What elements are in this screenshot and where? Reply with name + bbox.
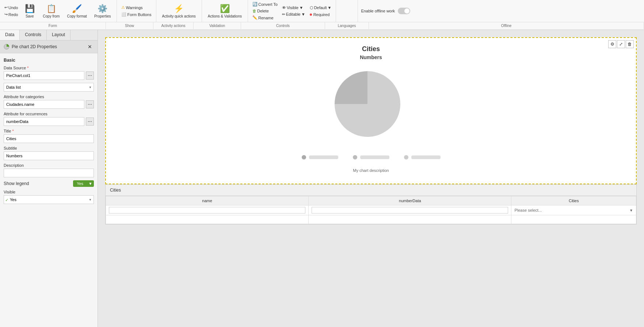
languages-group-label: Languages [325,22,369,29]
attr-occurrences-input[interactable] [4,117,84,126]
visible-dropdown-icon: ▼ [299,5,303,10]
description-row [4,169,94,177]
data-list-wrapper: Data list [4,83,94,92]
attr-categories-browse-button[interactable]: ⋯ [86,100,94,108]
chart-legend [302,155,441,159]
offline-label: Enable offline work [361,9,395,13]
form-buttons-button[interactable]: ⬜ Form Buttons [120,11,153,18]
legend-bar-2 [360,155,389,159]
name-input[interactable] [109,207,305,213]
chart-toolbar: ⚙ ⤢ 🗑 [608,40,634,48]
visible-button[interactable]: 👁 Visible ▼ [281,5,307,11]
cell-numberdata [309,205,511,215]
legend-dot-3 [404,155,408,159]
chart-inner: Cities Numbers [106,38,636,184]
table-section: Cities name numberData Cities [105,184,637,224]
activity-icon: ⚡ [174,4,184,14]
title-input[interactable] [4,134,94,143]
warnings-button[interactable]: ⚠ Warnings [120,4,153,11]
data-table: name numberData Cities [106,196,636,224]
attr-categories-label: Attribute for categories [4,95,94,99]
legend-dot-1 [302,155,306,159]
attr-occurrences-browse-button[interactable]: ⋯ [86,118,94,126]
form-group: ↩ Undo ↪ Redo 💾 Save 📋 Copy from 🖌️ Copy… [0,0,117,22]
legend-bar-1 [309,155,338,159]
editable-button[interactable]: ✏ Editable ▼ [281,11,307,18]
subtitle-label: Subtitle [4,146,94,150]
panel-close-button[interactable]: ✕ [86,43,94,51]
languages-group [336,0,358,22]
required-button[interactable]: Required [308,12,333,18]
properties-button[interactable]: ⚙️ Properties [91,3,114,20]
description-input[interactable] [4,169,94,177]
description-label: Description [4,163,94,168]
offline-toggle[interactable] [398,8,410,14]
tab-controls[interactable]: Controls [20,30,47,40]
data-list-select[interactable]: Data list [4,83,94,92]
convert-to-icon: 🔄 [252,2,258,7]
delete-icon: 🗑 [252,9,256,13]
copy-from-button[interactable]: 📋 Copy from [40,3,62,20]
chart-delete-button[interactable]: 🗑 [626,40,634,48]
controls-group: 🔄 Convert To 🗑 Delete ✏️ Rename 👁 Visibl… [248,0,336,22]
attr-categories-input[interactable] [4,100,84,109]
subtitle-input[interactable] [4,151,94,160]
toolbar: ↩ Undo ↪ Redo 💾 Save 📋 Copy from 🖌️ Copy… [0,0,644,30]
panel-title: Pie chart 2D Properties [4,44,57,50]
visible-select[interactable]: Yes [4,195,94,204]
data-source-input[interactable] [4,71,84,80]
toolbar-label-row: Form Show Activity actions Validation Co… [0,22,644,29]
show-legend-dropdown-button[interactable]: ▼ [87,180,94,187]
warnings-icon: ⚠ [121,5,125,10]
actions-validations-button[interactable]: ✅ Actions & Validations [205,3,245,20]
validation-group-label: Validation [194,22,241,29]
undo-button[interactable]: ↩ Undo [3,4,19,11]
col-numberdata-header: numberData [309,196,511,205]
chart-settings-button[interactable]: ⚙ [608,40,616,48]
visible-field-label: Visible [4,190,94,194]
data-source-label: Data Source * [4,66,94,70]
left-panel: Data Controls Layout Pie chart 2D Proper… [0,30,98,327]
convert-to-button[interactable]: 🔄 Convert To [251,1,279,7]
data-source-row: ⋯ [4,71,94,80]
empty-row [106,215,636,224]
numberdata-input[interactable] [312,207,508,213]
tab-layout[interactable]: Layout [47,30,71,40]
legend-bar-3 [411,155,441,159]
activity-quick-actions-button[interactable]: ⚡ Activity quick actions [159,3,199,20]
table-header: Cities [106,185,636,196]
validation-icon: ✅ [220,4,230,14]
chart-description: My chart description [353,168,389,173]
redo-icon: ↪ [4,12,8,17]
form-buttons-icon: ⬜ [121,12,126,17]
chart-resize-button[interactable]: ⤢ [617,40,625,48]
controls-group-label: Controls [241,22,325,29]
col-name-header: name [106,196,309,205]
visible-wrapper: Yes [4,195,94,204]
data-source-required: * [27,66,28,70]
show-group: ⚠ Warnings ⬜ Form Buttons [117,0,156,22]
save-button[interactable]: 💾 Save [21,3,38,20]
offline-group: Enable offline work [358,0,413,22]
pie-chart [331,68,411,148]
show-legend-yes-button[interactable]: Yes [73,180,87,187]
activity-group: ⚡ Activity quick actions [156,0,202,22]
show-group-label: Show [106,22,153,29]
legend-item-2 [353,155,389,159]
copy-format-button[interactable]: 🖌️ Copy format [64,3,89,20]
panel-content: Basic Data Source * ⋯ Data list [0,53,98,327]
data-source-browse-button[interactable]: ⋯ [86,72,94,80]
default-dropdown-icon: ▼ [327,5,331,10]
redo-button[interactable]: ↪ Redo [3,11,19,18]
delete-button[interactable]: 🗑 Delete [251,8,279,14]
pie-chart-svg [331,68,404,141]
legend-dot-2 [353,155,357,159]
properties-icon: ⚙️ [98,4,107,14]
offline-group-label: Offline [369,22,644,29]
tab-data[interactable]: Data [0,30,20,40]
default-button[interactable]: ⬡ Default ▼ [308,5,333,11]
rename-button[interactable]: ✏️ Rename [251,15,279,21]
title-required: * [12,129,14,133]
subtitle-row [4,151,94,160]
form-group-label: Form [0,22,106,29]
